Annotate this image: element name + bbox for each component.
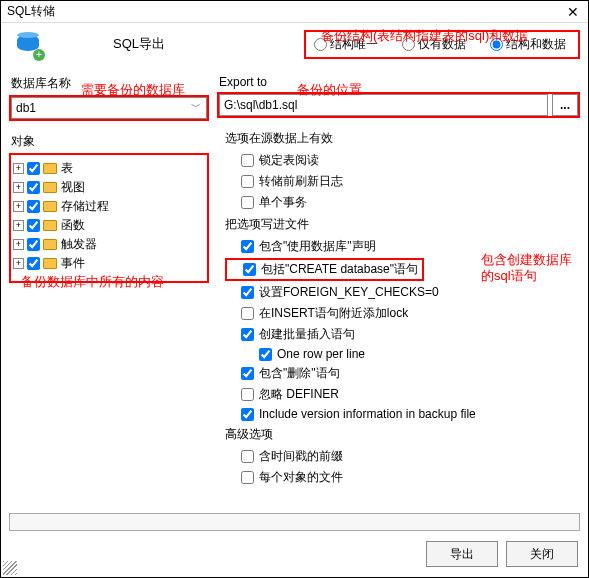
- tree-label: 存储过程: [61, 198, 109, 215]
- tree-checkbox[interactable]: [27, 200, 40, 213]
- tree-checkbox[interactable]: [27, 219, 40, 232]
- group-title: 选项在源数据上有效: [225, 130, 580, 147]
- tree-label: 事件: [61, 255, 85, 272]
- option-checkbox[interactable]: [241, 450, 254, 463]
- option-checkbox[interactable]: [241, 367, 254, 380]
- expand-icon[interactable]: +: [13, 220, 24, 231]
- folder-icon: [43, 201, 57, 212]
- tree-label: 函数: [61, 217, 85, 234]
- tree-label: 表: [61, 160, 73, 177]
- tree-label: 视图: [61, 179, 85, 196]
- option-row[interactable]: 转储前刷新日志: [225, 171, 580, 192]
- option-row[interactable]: 包括"CREATE database"语句: [225, 258, 424, 281]
- resize-handle[interactable]: [3, 561, 17, 575]
- dialog-heading: SQL导出: [113, 35, 165, 53]
- option-label: 忽略 DEFINER: [259, 386, 339, 403]
- close-button[interactable]: 关闭: [506, 541, 578, 567]
- option-row[interactable]: 在INSERT语句附近添加lock: [225, 303, 580, 324]
- option-label: 每个对象的文件: [259, 469, 343, 486]
- group-title: 把选项写进文件: [225, 216, 580, 233]
- radio-structure-only[interactable]: 结构唯一: [314, 36, 378, 53]
- option-label: 创建批量插入语句: [259, 326, 355, 343]
- radio-label: 结构和数据: [506, 36, 566, 53]
- option-label: 含时间戳的前缀: [259, 448, 343, 465]
- folder-icon: [43, 220, 57, 231]
- option-checkbox[interactable]: [243, 263, 256, 276]
- object-tree[interactable]: +表+视图+存储过程+函数+触发器+事件: [9, 153, 209, 283]
- tree-checkbox[interactable]: [27, 181, 40, 194]
- tree-checkbox[interactable]: [27, 238, 40, 251]
- folder-icon: [43, 182, 57, 193]
- expand-icon[interactable]: +: [13, 239, 24, 250]
- option-checkbox[interactable]: [241, 196, 254, 209]
- option-label: 包含"使用数据库"声明: [259, 238, 376, 255]
- tree-item[interactable]: +触发器: [13, 235, 205, 254]
- export-to-label: Export to: [219, 75, 580, 89]
- folder-icon: [43, 258, 57, 269]
- tree-item[interactable]: +视图: [13, 178, 205, 197]
- tree-checkbox[interactable]: [27, 162, 40, 175]
- option-row[interactable]: 锁定表阅读: [225, 150, 580, 171]
- object-label: 对象: [11, 133, 209, 150]
- expand-icon[interactable]: +: [13, 163, 24, 174]
- option-row[interactable]: 包含"删除"语句: [225, 363, 580, 384]
- option-checkbox[interactable]: [241, 471, 254, 484]
- tree-item[interactable]: +函数: [13, 216, 205, 235]
- export-path-input[interactable]: [219, 94, 548, 116]
- option-label: One row per line: [277, 347, 365, 361]
- group-title: 高级选项: [225, 426, 580, 443]
- option-row[interactable]: One row per line: [225, 345, 580, 363]
- tree-item[interactable]: +事件: [13, 254, 205, 273]
- database-name-label: 数据库名称: [11, 75, 209, 92]
- option-label: Include version information in backup fi…: [259, 407, 476, 421]
- option-label: 包含"删除"语句: [259, 365, 340, 382]
- option-checkbox[interactable]: [241, 328, 254, 341]
- expand-icon[interactable]: +: [13, 258, 24, 269]
- radio-structure-and-data[interactable]: 结构和数据: [490, 36, 566, 53]
- option-label: 在INSERT语句附近添加lock: [259, 305, 408, 322]
- tree-label: 触发器: [61, 236, 97, 253]
- radio-data-only[interactable]: 仅有数据: [402, 36, 466, 53]
- option-row[interactable]: 含时间戳的前缀: [225, 446, 580, 467]
- database-select[interactable]: db1: [11, 97, 207, 119]
- option-row[interactable]: 每个对象的文件: [225, 467, 580, 487]
- radio-label: 结构唯一: [330, 36, 378, 53]
- option-checkbox[interactable]: [259, 348, 272, 361]
- tree-item[interactable]: +表: [13, 159, 205, 178]
- expand-icon[interactable]: +: [13, 201, 24, 212]
- option-label: 包括"CREATE database"语句: [261, 261, 418, 278]
- option-checkbox[interactable]: [241, 240, 254, 253]
- option-checkbox[interactable]: [241, 388, 254, 401]
- database-icon: +: [15, 31, 43, 59]
- option-label: 锁定表阅读: [259, 152, 319, 169]
- folder-icon: [43, 239, 57, 250]
- option-row[interactable]: 单个事务: [225, 192, 580, 213]
- folder-icon: [43, 163, 57, 174]
- option-row[interactable]: 包含"使用数据库"声明: [225, 236, 580, 257]
- tree-item[interactable]: +存储过程: [13, 197, 205, 216]
- option-row[interactable]: 忽略 DEFINER: [225, 384, 580, 405]
- option-label: 单个事务: [259, 194, 307, 211]
- tree-checkbox[interactable]: [27, 257, 40, 270]
- progress-bar: [9, 513, 580, 531]
- option-checkbox[interactable]: [241, 154, 254, 167]
- options-panel: 选项在源数据上有效锁定表阅读转储前刷新日志单个事务把选项写进文件包含"使用数据库…: [217, 127, 580, 487]
- radio-label: 仅有数据: [418, 36, 466, 53]
- option-row[interactable]: 设置FOREIGN_KEY_CHECKS=0: [225, 282, 580, 303]
- option-checkbox[interactable]: [241, 286, 254, 299]
- window-title: SQL转储: [7, 3, 55, 20]
- option-checkbox[interactable]: [241, 408, 254, 421]
- browse-button[interactable]: ...: [552, 94, 578, 116]
- close-icon[interactable]: ✕: [558, 4, 588, 20]
- export-button[interactable]: 导出: [426, 541, 498, 567]
- option-checkbox[interactable]: [241, 175, 254, 188]
- option-label: 转储前刷新日志: [259, 173, 343, 190]
- option-label: 设置FOREIGN_KEY_CHECKS=0: [259, 284, 439, 301]
- option-row[interactable]: 创建批量插入语句: [225, 324, 580, 345]
- expand-icon[interactable]: +: [13, 182, 24, 193]
- option-row[interactable]: Include version information in backup fi…: [225, 405, 580, 423]
- option-checkbox[interactable]: [241, 307, 254, 320]
